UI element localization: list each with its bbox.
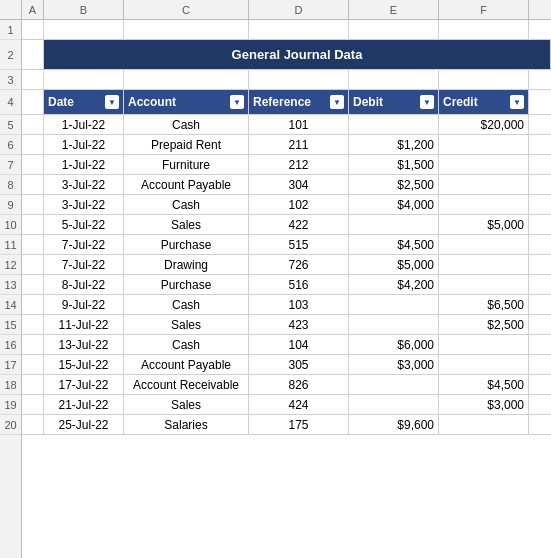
header-account: Account ▼ [124,90,249,114]
cell-account-6: Prepaid Rent [124,135,249,154]
row-num-18: 18 [0,375,21,395]
cell-date-5: 1-Jul-22 [44,115,124,134]
cell-a12 [22,255,44,274]
cell-ref-13: 516 [249,275,349,294]
cell-f3 [439,70,529,89]
cell-ref-9: 102 [249,195,349,214]
cell-debit-16: $6,000 [349,335,439,354]
cell-date-16: 13-Jul-22 [44,335,124,354]
row-10: 5-Jul-22 Sales 422 $5,000 [22,215,551,235]
cell-c1 [124,20,249,39]
cell-debit-8: $2,500 [349,175,439,194]
row-num-19: 19 [0,395,21,415]
cell-date-9: 3-Jul-22 [44,195,124,214]
header-credit: Credit ▼ [439,90,529,114]
cell-ref-14: 103 [249,295,349,314]
row-num-14: 14 [0,295,21,315]
cell-e3 [349,70,439,89]
cell-credit-17 [439,355,529,374]
cell-account-19: Sales [124,395,249,414]
cell-ref-19: 424 [249,395,349,414]
cell-credit-5: $20,000 [439,115,529,134]
credit-filter-btn[interactable]: ▼ [510,95,524,109]
row-num-5: 5 [0,115,21,135]
cell-a6 [22,135,44,154]
row-numbers: 1 2 3 4 5 6 7 8 9 10 11 12 13 14 15 16 1… [0,20,22,558]
cell-debit-14 [349,295,439,314]
row-4: Date ▼ Account ▼ Reference ▼ Debit ▼ Cre… [22,90,551,115]
row-13: 8-Jul-22 Purchase 516 $4,200 [22,275,551,295]
account-filter-btn[interactable]: ▼ [230,95,244,109]
col-header-row: A B C D E F [0,0,551,20]
cell-b3 [44,70,124,89]
cell-d3 [249,70,349,89]
title-cell: General Journal Data [44,40,551,69]
row-num-1: 1 [0,20,21,40]
cell-credit-7 [439,155,529,174]
cell-credit-18: $4,500 [439,375,529,394]
cell-a13 [22,275,44,294]
cell-a3 [22,70,44,89]
cell-debit-7: $1,500 [349,155,439,174]
col-header-f: F [439,0,529,19]
debit-filter-btn[interactable]: ▼ [420,95,434,109]
row-num-6: 6 [0,135,21,155]
cell-debit-11: $4,500 [349,235,439,254]
cell-account-17: Account Payable [124,355,249,374]
cell-ref-6: 211 [249,135,349,154]
cell-date-6: 1-Jul-22 [44,135,124,154]
cell-account-15: Sales [124,315,249,334]
cell-ref-10: 422 [249,215,349,234]
cell-credit-15: $2,500 [439,315,529,334]
cell-credit-6 [439,135,529,154]
row-num-4: 4 [0,90,21,115]
reference-filter-btn[interactable]: ▼ [330,95,344,109]
spreadsheet-title: General Journal Data [232,47,363,62]
cell-ref-12: 726 [249,255,349,274]
cell-date-7: 1-Jul-22 [44,155,124,174]
row-19: 21-Jul-22 Sales 424 $3,000 [22,395,551,415]
cell-date-18: 17-Jul-22 [44,375,124,394]
cell-ref-11: 515 [249,235,349,254]
cell-account-16: Cash [124,335,249,354]
cell-ref-5: 101 [249,115,349,134]
cell-credit-16 [439,335,529,354]
account-header-label: Account [128,95,176,109]
cell-e1 [349,20,439,39]
grid-body: 1 2 3 4 5 6 7 8 9 10 11 12 13 14 15 16 1… [0,20,551,558]
col-header-d: D [249,0,349,19]
row-num-16: 16 [0,335,21,355]
cell-date-13: 8-Jul-22 [44,275,124,294]
cell-a4 [22,90,44,114]
row-num-3: 3 [0,70,21,90]
cell-a17 [22,355,44,374]
cell-ref-8: 304 [249,175,349,194]
cell-credit-19: $3,000 [439,395,529,414]
cell-account-18: Account Receivable [124,375,249,394]
cell-credit-20 [439,415,529,434]
row-num-7: 7 [0,155,21,175]
cell-a14 [22,295,44,314]
cell-a15 [22,315,44,334]
row-num-13: 13 [0,275,21,295]
cell-debit-12: $5,000 [349,255,439,274]
cell-debit-18 [349,375,439,394]
debit-header-label: Debit [353,95,383,109]
row-8: 3-Jul-22 Account Payable 304 $2,500 [22,175,551,195]
row-num-12: 12 [0,255,21,275]
header-date: Date ▼ [44,90,124,114]
cell-a11 [22,235,44,254]
row-num-20: 20 [0,415,21,435]
cell-debit-5 [349,115,439,134]
row-num-9: 9 [0,195,21,215]
date-filter-btn[interactable]: ▼ [105,95,119,109]
row-num-11: 11 [0,235,21,255]
cell-ref-16: 104 [249,335,349,354]
header-reference: Reference ▼ [249,90,349,114]
cell-b1 [44,20,124,39]
cell-date-15: 11-Jul-22 [44,315,124,334]
cell-account-11: Purchase [124,235,249,254]
cell-a1 [22,20,44,39]
cell-account-13: Purchase [124,275,249,294]
cell-debit-10 [349,215,439,234]
